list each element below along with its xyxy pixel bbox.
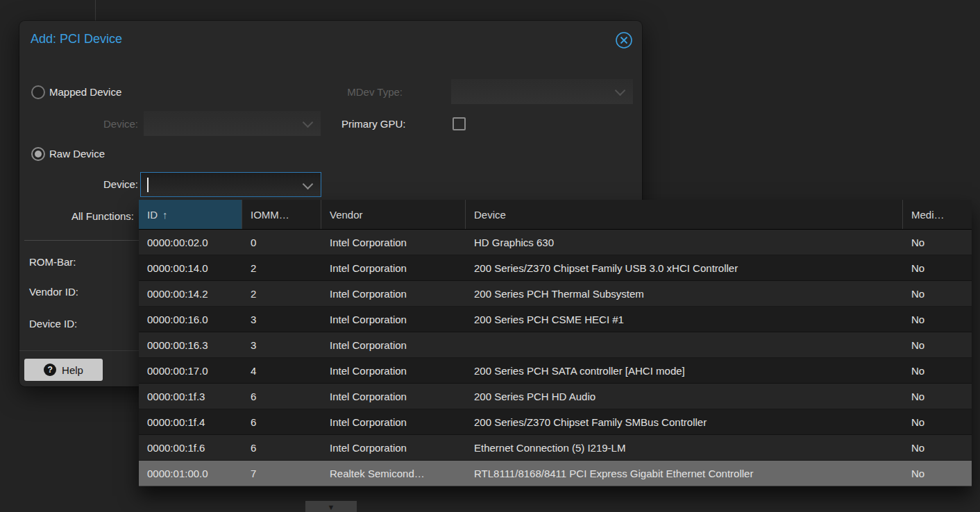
all-functions-label: All Functions: [33, 210, 134, 222]
chevron-down-icon [303, 117, 314, 128]
text-cursor [147, 178, 149, 192]
cell-vendor: Intel Corporation [321, 409, 466, 434]
cell-device: 200 Series/Z370 Chipset Family SMBus Con… [466, 409, 903, 434]
cell-vendor: Intel Corporation [321, 230, 466, 255]
cell-id: 0000:00:1f.6 [139, 435, 242, 460]
cell-iommu: 6 [242, 435, 321, 460]
cell-id: 0000:01:00.0 [139, 461, 242, 486]
cell-id: 0000:00:16.0 [139, 307, 242, 332]
cell-vendor: Intel Corporation [321, 307, 466, 332]
cell-id: 0000:00:14.0 [139, 255, 242, 280]
sort-ascending-icon: ↑ [162, 209, 168, 221]
cell-device [466, 332, 903, 357]
mapped-device-radio[interactable] [31, 85, 45, 99]
cell-iommu: 3 [242, 307, 321, 332]
column-header-id[interactable]: ID ↑ [139, 200, 242, 229]
column-header-vendor[interactable]: Vendor [321, 200, 466, 229]
raw-device-label: Raw Device [49, 148, 105, 160]
column-header-mediated-devices[interactable]: Medi… [903, 200, 972, 229]
cell-iommu: 2 [242, 255, 321, 280]
table-row[interactable]: 0000:00:17.04Intel Corporation200 Series… [139, 358, 972, 384]
cell-id: 0000:00:1f.3 [139, 384, 242, 409]
mdev-type-label: MDev Type: [300, 86, 403, 98]
cell-id: 0000:00:14.2 [139, 281, 242, 306]
dialog-title: Add: PCI Device [31, 32, 122, 46]
raw-device-radio[interactable] [31, 147, 45, 161]
device-combo-input[interactable] [140, 172, 321, 197]
close-icon[interactable] [614, 31, 634, 50]
cell-mediated: No [903, 332, 972, 357]
column-header-device[interactable]: Device [466, 200, 903, 229]
cell-vendor: Intel Corporation [321, 332, 466, 357]
cell-device: HD Graphics 630 [466, 230, 903, 255]
raw-device-combo-label: Device: [61, 178, 138, 190]
mdev-type-combo[interactable] [451, 79, 633, 104]
cell-iommu: 0 [242, 230, 321, 255]
cell-device: 200 Series PCH HD Audio [466, 384, 903, 409]
cell-mediated: No [903, 230, 972, 255]
cell-vendor: Intel Corporation [321, 435, 466, 460]
cell-device: 200 Series PCH Thermal Subsystem [466, 281, 903, 306]
cell-id: 0000:00:17.0 [139, 358, 242, 383]
chevron-down-icon [303, 179, 314, 190]
cell-id: 0000:00:16.3 [139, 332, 242, 357]
rom-bar-label: ROM-Bar: [29, 256, 76, 268]
table-row[interactable]: 0000:00:02.00Intel CorporationHD Graphic… [139, 230, 972, 255]
mapped-device-combo-label: Device: [61, 118, 138, 130]
help-button-label: Help [62, 364, 83, 376]
device-id-label: Device ID: [29, 318, 77, 330]
scroll-down-icon: ▼ [328, 503, 335, 511]
table-row[interactable]: 0000:00:1f.66Intel CorporationEthernet C… [139, 435, 972, 461]
cell-vendor: Intel Corporation [321, 358, 466, 383]
table-row[interactable]: 0000:00:1f.36Intel Corporation200 Series… [139, 384, 972, 409]
table-row[interactable]: 0000:01:00.07Realtek Semicond…RTL8111/81… [139, 461, 972, 486]
cell-id: 0000:00:02.0 [139, 230, 242, 255]
table-row[interactable]: 0000:00:16.03Intel Corporation200 Series… [139, 307, 972, 332]
cell-mediated: No [903, 358, 972, 383]
cell-iommu: 3 [242, 332, 321, 357]
vendor-id-label: Vendor ID: [29, 286, 78, 298]
cell-iommu: 2 [242, 281, 321, 306]
table-header: ID ↑ IOMM… Vendor Device Medi… [139, 200, 972, 230]
table-row[interactable]: 0000:00:14.22Intel Corporation200 Series… [139, 281, 972, 307]
cell-mediated: No [903, 435, 972, 460]
mapped-device-combo[interactable] [144, 111, 321, 136]
cell-device: Ethernet Connection (5) I219-LM [466, 435, 903, 460]
cell-vendor: Intel Corporation [321, 384, 466, 409]
chevron-down-icon [615, 85, 626, 96]
cell-vendor: Realtek Semicond… [321, 461, 466, 486]
cell-mediated: No [903, 461, 972, 486]
mapped-device-label: Mapped Device [49, 86, 121, 98]
table-row[interactable]: 0000:00:1f.46Intel Corporation200 Series… [139, 409, 972, 435]
pci-table-rows: 0000:00:02.00Intel CorporationHD Graphic… [139, 230, 972, 486]
cell-mediated: No [903, 281, 972, 306]
cell-device: 200 Series PCH SATA controller [AHCI mod… [466, 358, 903, 383]
scroll-down-indicator[interactable]: ▼ [305, 501, 357, 512]
cell-iommu: 7 [242, 461, 321, 486]
cell-iommu: 6 [242, 409, 321, 434]
background-panel-divider [95, 0, 96, 21]
cell-id: 0000:00:1f.4 [139, 409, 242, 434]
column-header-iommu-group[interactable]: IOMM… [242, 200, 321, 229]
cell-iommu: 4 [242, 358, 321, 383]
cell-mediated: No [903, 307, 972, 332]
primary-gpu-checkbox[interactable] [453, 117, 466, 130]
primary-gpu-label: Primary GPU: [341, 118, 406, 130]
help-button[interactable]: ? Help [24, 359, 103, 381]
cell-vendor: Intel Corporation [321, 255, 466, 280]
pci-device-dropdown: ID ↑ IOMM… Vendor Device Medi… 0000:00:0… [139, 200, 972, 486]
cell-vendor: Intel Corporation [321, 281, 466, 306]
cell-mediated: No [903, 384, 972, 409]
cell-device: RTL8111/8168/8411 PCI Express Gigabit Et… [466, 461, 903, 486]
cell-mediated: No [903, 255, 972, 280]
cell-mediated: No [903, 409, 972, 434]
help-icon: ? [44, 364, 56, 376]
table-row[interactable]: 0000:00:16.33Intel CorporationNo [139, 332, 972, 358]
cell-device: 200 Series/Z370 Chipset Family USB 3.0 x… [466, 255, 903, 280]
cell-device: 200 Series PCH CSME HECI #1 [466, 307, 903, 332]
cell-iommu: 6 [242, 384, 321, 409]
table-row[interactable]: 0000:00:14.02Intel Corporation200 Series… [139, 255, 972, 281]
